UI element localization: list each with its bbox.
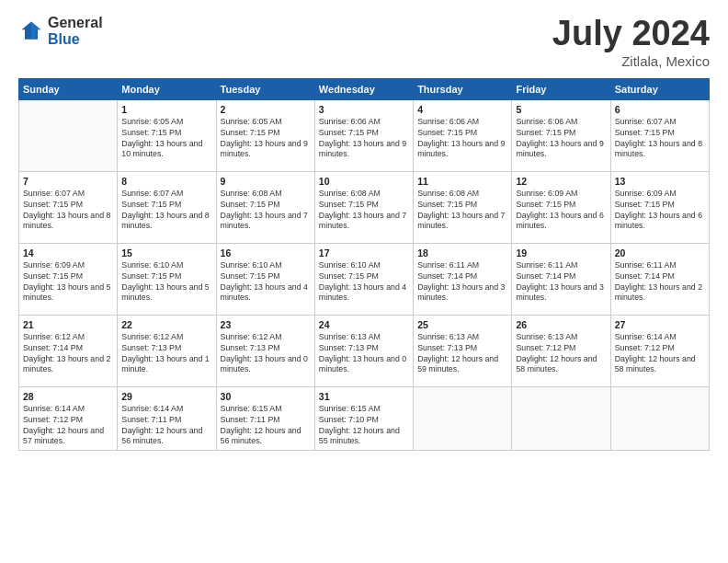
day-number: 30 <box>221 391 311 402</box>
day-number: 25 <box>417 319 507 330</box>
calendar-cell: 20Sunrise: 6:11 AMSunset: 7:14 PMDayligh… <box>610 243 709 315</box>
calendar-table: SundayMondayTuesdayWednesdayThursdayFrid… <box>18 78 710 452</box>
day-number: 28 <box>23 391 113 402</box>
calendar-cell: 21Sunrise: 6:12 AMSunset: 7:14 PMDayligh… <box>19 315 118 386</box>
day-info: Sunrise: 6:13 AMSunset: 7:13 PMDaylight:… <box>417 332 507 376</box>
day-info: Sunrise: 6:12 AMSunset: 7:13 PMDaylight:… <box>121 332 211 376</box>
page: General Blue July 2024 Zitlala, Mexico S… <box>0 0 728 563</box>
day-number: 11 <box>417 176 507 187</box>
calendar-week-row: 7Sunrise: 6:07 AMSunset: 7:15 PMDaylight… <box>19 171 710 243</box>
logo: General Blue <box>18 15 103 47</box>
calendar-cell: 12Sunrise: 6:09 AMSunset: 7:15 PMDayligh… <box>512 171 610 243</box>
calendar-cell: 31Sunrise: 6:15 AMSunset: 7:10 PMDayligh… <box>314 386 413 451</box>
calendar-week-row: 21Sunrise: 6:12 AMSunset: 7:14 PMDayligh… <box>19 315 710 386</box>
day-info: Sunrise: 6:10 AMSunset: 7:15 PMDaylight:… <box>319 260 409 304</box>
day-number: 26 <box>516 319 606 330</box>
calendar-cell <box>610 386 709 451</box>
day-number: 8 <box>121 176 211 187</box>
day-number: 5 <box>516 104 606 115</box>
day-info: Sunrise: 6:07 AMSunset: 7:15 PMDaylight:… <box>121 189 211 233</box>
day-number: 27 <box>615 319 705 330</box>
day-number: 3 <box>319 104 409 115</box>
logo-icon <box>18 18 44 44</box>
day-number: 23 <box>221 319 311 330</box>
day-number: 20 <box>615 247 705 259</box>
calendar-cell: 17Sunrise: 6:10 AMSunset: 7:15 PMDayligh… <box>314 243 413 315</box>
logo-blue: Blue <box>48 31 103 48</box>
day-number: 31 <box>319 391 409 402</box>
day-of-week-header: Monday <box>118 78 216 99</box>
calendar-cell: 18Sunrise: 6:11 AMSunset: 7:14 PMDayligh… <box>414 243 512 315</box>
calendar-week-row: 28Sunrise: 6:14 AMSunset: 7:12 PMDayligh… <box>19 386 710 451</box>
calendar-cell: 1Sunrise: 6:05 AMSunset: 7:15 PMDaylight… <box>118 99 216 171</box>
calendar-cell: 24Sunrise: 6:13 AMSunset: 7:13 PMDayligh… <box>314 315 413 386</box>
calendar-cell: 5Sunrise: 6:06 AMSunset: 7:15 PMDaylight… <box>512 99 610 171</box>
day-number: 22 <box>121 319 211 330</box>
calendar-cell: 28Sunrise: 6:14 AMSunset: 7:12 PMDayligh… <box>19 386 118 451</box>
day-info: Sunrise: 6:15 AMSunset: 7:10 PMDaylight:… <box>319 404 409 448</box>
day-of-week-header: Wednesday <box>314 78 413 99</box>
day-number: 4 <box>417 104 507 115</box>
title-block: July 2024 Zitlala, Mexico <box>552 15 710 69</box>
day-info: Sunrise: 6:08 AMSunset: 7:15 PMDaylight:… <box>417 189 507 233</box>
day-number: 14 <box>23 247 113 259</box>
day-number: 29 <box>121 391 211 402</box>
calendar-cell: 23Sunrise: 6:12 AMSunset: 7:13 PMDayligh… <box>216 315 314 386</box>
day-info: Sunrise: 6:08 AMSunset: 7:15 PMDaylight:… <box>221 189 311 233</box>
header: General Blue July 2024 Zitlala, Mexico <box>18 15 710 69</box>
day-info: Sunrise: 6:06 AMSunset: 7:15 PMDaylight:… <box>319 117 409 161</box>
day-number: 18 <box>417 247 507 259</box>
day-of-week-header: Tuesday <box>216 78 314 99</box>
calendar-header-row: SundayMondayTuesdayWednesdayThursdayFrid… <box>19 78 710 99</box>
day-info: Sunrise: 6:15 AMSunset: 7:11 PMDaylight:… <box>221 404 311 448</box>
calendar-cell <box>19 99 118 171</box>
calendar-week-row: 14Sunrise: 6:09 AMSunset: 7:15 PMDayligh… <box>19 243 710 315</box>
logo-text: General Blue <box>48 15 103 47</box>
day-info: Sunrise: 6:09 AMSunset: 7:15 PMDaylight:… <box>516 189 606 233</box>
calendar-cell: 13Sunrise: 6:09 AMSunset: 7:15 PMDayligh… <box>610 171 709 243</box>
title-month: July 2024 <box>552 15 710 53</box>
calendar-cell: 3Sunrise: 6:06 AMSunset: 7:15 PMDaylight… <box>314 99 413 171</box>
day-info: Sunrise: 6:11 AMSunset: 7:14 PMDaylight:… <box>516 260 606 304</box>
day-info: Sunrise: 6:05 AMSunset: 7:15 PMDaylight:… <box>121 117 211 161</box>
day-info: Sunrise: 6:09 AMSunset: 7:15 PMDaylight:… <box>23 260 113 304</box>
day-number: 15 <box>121 247 211 259</box>
calendar-cell: 10Sunrise: 6:08 AMSunset: 7:15 PMDayligh… <box>314 171 413 243</box>
day-number: 6 <box>615 104 705 115</box>
calendar-cell: 8Sunrise: 6:07 AMSunset: 7:15 PMDaylight… <box>118 171 216 243</box>
day-number: 13 <box>615 176 705 187</box>
calendar-cell: 19Sunrise: 6:11 AMSunset: 7:14 PMDayligh… <box>512 243 610 315</box>
day-info: Sunrise: 6:07 AMSunset: 7:15 PMDaylight:… <box>615 117 705 161</box>
calendar-cell: 27Sunrise: 6:14 AMSunset: 7:12 PMDayligh… <box>610 315 709 386</box>
day-number: 9 <box>221 176 311 187</box>
day-info: Sunrise: 6:10 AMSunset: 7:15 PMDaylight:… <box>221 260 311 304</box>
day-number: 21 <box>23 319 113 330</box>
day-info: Sunrise: 6:10 AMSunset: 7:15 PMDaylight:… <box>121 260 211 304</box>
day-number: 2 <box>221 104 311 115</box>
day-info: Sunrise: 6:06 AMSunset: 7:15 PMDaylight:… <box>516 117 606 161</box>
calendar-cell: 4Sunrise: 6:06 AMSunset: 7:15 PMDaylight… <box>414 99 512 171</box>
calendar-cell <box>512 386 610 451</box>
day-info: Sunrise: 6:12 AMSunset: 7:13 PMDaylight:… <box>221 332 311 376</box>
day-info: Sunrise: 6:06 AMSunset: 7:15 PMDaylight:… <box>417 117 507 161</box>
day-number: 24 <box>319 319 409 330</box>
calendar-cell: 26Sunrise: 6:13 AMSunset: 7:12 PMDayligh… <box>512 315 610 386</box>
day-of-week-header: Saturday <box>610 78 709 99</box>
title-location: Zitlala, Mexico <box>552 53 710 69</box>
day-number: 19 <box>516 247 606 259</box>
calendar-cell: 16Sunrise: 6:10 AMSunset: 7:15 PMDayligh… <box>216 243 314 315</box>
calendar-cell: 29Sunrise: 6:14 AMSunset: 7:11 PMDayligh… <box>118 386 216 451</box>
calendar-cell: 15Sunrise: 6:10 AMSunset: 7:15 PMDayligh… <box>118 243 216 315</box>
day-of-week-header: Friday <box>512 78 610 99</box>
day-info: Sunrise: 6:08 AMSunset: 7:15 PMDaylight:… <box>319 189 409 233</box>
day-info: Sunrise: 6:14 AMSunset: 7:12 PMDaylight:… <box>615 332 705 376</box>
calendar-cell: 11Sunrise: 6:08 AMSunset: 7:15 PMDayligh… <box>414 171 512 243</box>
calendar-week-row: 1Sunrise: 6:05 AMSunset: 7:15 PMDaylight… <box>19 99 710 171</box>
day-number: 12 <box>516 176 606 187</box>
day-info: Sunrise: 6:14 AMSunset: 7:12 PMDaylight:… <box>23 404 113 448</box>
calendar-cell: 2Sunrise: 6:05 AMSunset: 7:15 PMDaylight… <box>216 99 314 171</box>
calendar-cell: 14Sunrise: 6:09 AMSunset: 7:15 PMDayligh… <box>19 243 118 315</box>
day-number: 7 <box>23 176 113 187</box>
day-of-week-header: Thursday <box>414 78 512 99</box>
calendar-cell: 7Sunrise: 6:07 AMSunset: 7:15 PMDaylight… <box>19 171 118 243</box>
